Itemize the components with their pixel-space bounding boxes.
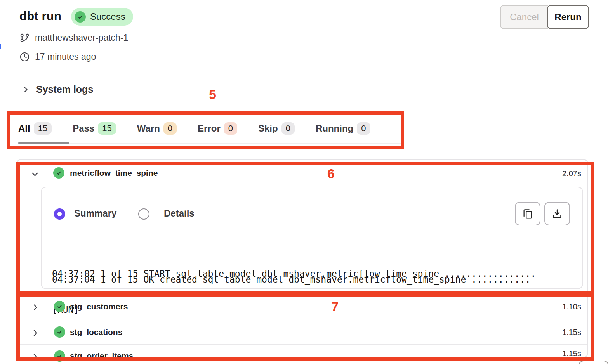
tab-pass[interactable]: Pass 15 [73,122,116,135]
tab-skip[interactable]: Skip 0 [258,122,295,135]
cancel-button[interactable]: Cancel [500,5,548,29]
system-logs-label: System logs [36,84,93,95]
page-title: dbt run [19,9,61,23]
copy-logs-button[interactable] [515,202,540,225]
success-check-icon [75,11,86,23]
row-success-icon [53,167,64,179]
tab-warn-label: Warn [137,123,160,134]
row-divider [17,319,587,319]
details-radio-label[interactable]: Details [164,208,195,219]
summary-radio[interactable] [54,208,65,220]
tab-pass-label: Pass [73,123,94,134]
model-name[interactable]: stg_order_items [70,351,133,361]
chevron-right-icon[interactable] [31,352,40,362]
tab-warn-count: 0 [163,122,177,135]
log-line-start: 04:37:02 1 of 15 START sql table model d… [52,244,536,340]
tab-all-label: All [18,123,30,134]
branch-name: matthewshaver-patch-1 [35,33,128,43]
tabbar-divider [18,143,401,144]
download-logs-button[interactable] [544,202,570,225]
chevron-right-icon [21,85,30,94]
run-results-list: metricflow_time_spine 2.07s Summary Deta… [16,159,588,358]
system-logs-toggle[interactable]: System logs [21,84,93,95]
annotation-number-5: 5 [209,87,216,102]
tab-running-label: Running [316,123,353,134]
download-icon [551,208,563,220]
model-name[interactable]: metricflow_time_spine [70,168,158,178]
copy-icon [522,208,533,220]
tab-error[interactable]: Error 0 [198,122,237,135]
model-name[interactable]: stg_customers [70,302,128,311]
time-row: 17 minutes ago [19,52,96,62]
status-badge: Success [71,8,133,26]
row-success-icon [54,350,65,362]
row-success-icon [54,326,65,338]
chevron-down-icon[interactable] [30,170,40,179]
rerun-button[interactable]: Rerun [547,5,589,29]
git-branch-icon [19,33,30,43]
tab-error-label: Error [198,123,221,134]
summary-radio-label[interactable]: Summary [74,208,116,219]
clock-icon [19,52,30,62]
time-ago: 17 minutes ago [35,52,96,62]
bottom-partial-button[interactable] [578,361,608,364]
left-edge-blue-marker [0,44,1,49]
model-duration: 1.15s [562,349,581,358]
log-panel: Summary Details 04:37:02 1 of 15 START s… [41,187,583,289]
branch-row: matthewshaver-patch-1 [19,33,128,43]
model-duration: 1.15s [562,328,581,337]
status-badge-label: Success [90,11,125,22]
status-filter-tabs: All 15 Pass 15 Warn 0 Error 0 Skip 0 Run… [18,118,370,139]
chevron-right-icon[interactable] [31,303,40,312]
chevron-right-icon[interactable] [31,328,40,338]
model-duration: 2.07s [562,169,581,178]
model-name[interactable]: stg_locations [70,328,122,337]
tab-all[interactable]: All 15 [18,122,52,135]
tab-running[interactable]: Running 0 [316,122,370,135]
tab-error-count: 0 [224,122,237,135]
window-top-border [3,3,608,3]
tab-skip-label: Skip [258,123,278,134]
details-radio[interactable] [138,208,149,220]
tab-skip-count: 0 [281,122,295,135]
window-left-border [3,3,3,364]
row-divider [17,344,587,345]
tab-warn[interactable]: Warn 0 [137,122,177,135]
row-success-icon [54,301,65,312]
model-duration: 1.10s [562,302,581,311]
run-detail-page: dbt run Success matthewshaver-patch-1 17… [0,0,608,364]
log-line-ok: 04:37:04 1 of 15 OK created sql table mo… [52,274,530,286]
tab-all-count: 15 [34,122,52,135]
tab-pass-count: 15 [98,122,116,135]
tab-running-count: 0 [357,122,370,135]
active-tab-indicator [18,142,69,144]
run-actions: Cancel Rerun [500,5,589,29]
